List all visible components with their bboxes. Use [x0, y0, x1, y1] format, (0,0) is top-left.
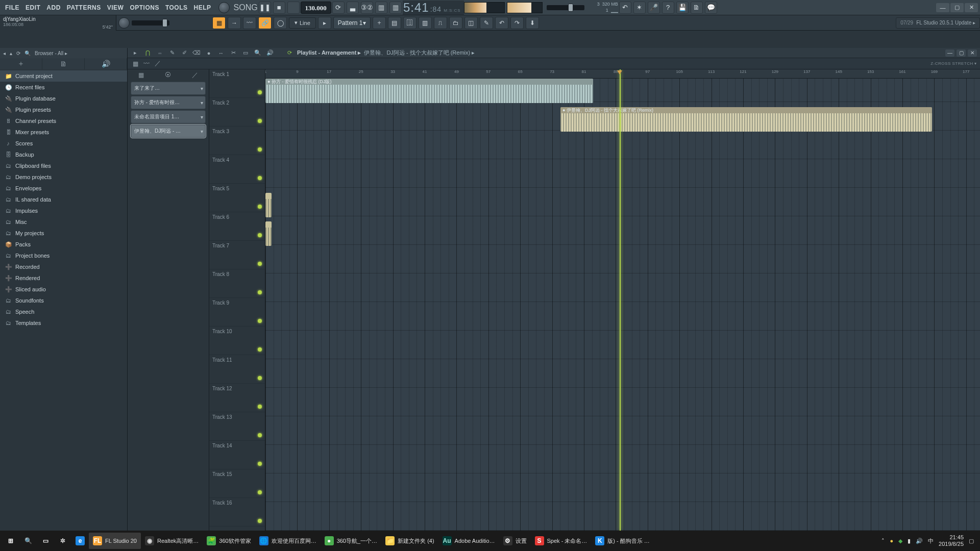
- time-display[interactable]: 5:41 :84 M:S:CS: [403, 1, 464, 15]
- track-mute-led[interactable]: [258, 119, 262, 123]
- menu-patterns[interactable]: PATTERNS: [64, 4, 104, 11]
- taskbar-clock[interactable]: 21:45 2019/8/25: [939, 534, 964, 547]
- pitch-knob[interactable]: ⟳: [332, 2, 345, 14]
- view-step-button[interactable]: ⿲: [403, 17, 416, 29]
- track-mute-led[interactable]: [258, 262, 262, 266]
- taskbar-item[interactable]: ●360导航_一个…: [321, 533, 381, 549]
- master-volume-slider[interactable]: [547, 5, 584, 10]
- track-header[interactable]: Track 11: [209, 355, 265, 384]
- pick-mode-wave-icon[interactable]: 〰: [142, 59, 151, 68]
- snap-selector[interactable]: ▾ Line: [289, 17, 316, 29]
- settings-button[interactable]: ✶: [633, 2, 646, 14]
- tray-network-icon[interactable]: ▮: [908, 538, 911, 544]
- track-mute-led[interactable]: [258, 519, 262, 523]
- export-button[interactable]: 🗎: [691, 2, 703, 14]
- menu-tools[interactable]: TOOLS: [162, 4, 191, 11]
- taskbar-item[interactable]: e: [71, 533, 89, 549]
- track-mute-led[interactable]: [258, 205, 262, 209]
- picker-tab-auto-icon[interactable]: ／: [192, 71, 198, 80]
- browser-item[interactable]: 🎛Mixer presets: [0, 127, 127, 138]
- pl-play-icon[interactable]: ▸: [131, 49, 140, 57]
- track-header[interactable]: Track 3: [209, 127, 265, 155]
- browser-item[interactable]: 📁Current project: [0, 70, 127, 82]
- pattern-selector[interactable]: Pattern 1 ▾: [333, 17, 371, 29]
- audio-clip[interactable]: ● 伊昱翰、DJ阿远 - 找个大叔嫁了吧 (Remix): [560, 107, 932, 132]
- pl-select-icon[interactable]: ▭: [241, 49, 250, 57]
- pan-knob[interactable]: [118, 17, 130, 29]
- pl-brush-icon[interactable]: ✐: [180, 49, 189, 57]
- track-mute-led[interactable]: [258, 490, 262, 494]
- browser-item[interactable]: ➕Rendered: [0, 272, 127, 284]
- view-pl-button[interactable]: ▤: [388, 17, 401, 29]
- browser-item[interactable]: 🗂Demo projects: [0, 171, 127, 183]
- track-header[interactable]: Track 4: [209, 155, 265, 184]
- metronome-button[interactable]: ▃: [347, 2, 359, 14]
- audio-clip[interactable]: [265, 193, 272, 217]
- browser-tab-files[interactable]: 🗎: [42, 58, 85, 69]
- pattern-chip[interactable]: 伊昱翰、DJ阿远 - …▾: [131, 124, 206, 138]
- pattern-prev-button[interactable]: ▸: [318, 17, 331, 29]
- plugin-picker-button[interactable]: ◫: [464, 17, 478, 29]
- pl-headphones-icon[interactable]: ⋂: [143, 49, 152, 57]
- chevron-down-icon[interactable]: ▾: [201, 129, 203, 134]
- tool-4[interactable]: ⬇: [526, 17, 539, 29]
- taskbar-item[interactable]: SSpek - 未命名…: [531, 533, 592, 549]
- track-mute-led[interactable]: [258, 176, 262, 180]
- pl-paint-icon[interactable]: ✎: [167, 49, 177, 57]
- browser-item[interactable]: 🗂Speech: [0, 306, 127, 317]
- taskbar-item[interactable]: 🔍: [19, 533, 37, 549]
- browser-refresh-icon[interactable]: ⟳: [16, 51, 20, 56]
- track-header[interactable]: Track 15: [209, 469, 265, 498]
- menu-help[interactable]: HELP: [191, 4, 214, 11]
- browser-item[interactable]: 🗄Backup: [0, 149, 127, 160]
- browser-up-icon[interactable]: ▴: [10, 51, 12, 56]
- view-pr-button[interactable]: ▥: [419, 17, 432, 29]
- minimize-button[interactable]: —: [936, 3, 949, 12]
- browser-item[interactable]: 🎚Channel presets: [0, 115, 127, 127]
- pl-mute-icon[interactable]: ●: [204, 49, 213, 57]
- track-mute-led[interactable]: [258, 462, 262, 466]
- tray-shield-icon[interactable]: ◆: [898, 538, 902, 544]
- playlist-crumb[interactable]: 伊昱翰、DJ阿远 - 找个大叔嫁了吧 (Remix) ▸: [364, 49, 475, 57]
- playlist-grid[interactable]: 1917253341495765738189971051131211291371…: [265, 69, 980, 531]
- track-header[interactable]: Track 14: [209, 441, 265, 469]
- song-end-marker[interactable]: [617, 70, 622, 74]
- browser-item[interactable]: 🗂IL shared data: [0, 194, 127, 205]
- taskbar-item[interactable]: 🌐欢迎使用百度网…: [255, 533, 321, 549]
- tool-3[interactable]: ↷: [510, 17, 524, 29]
- tray-volume-icon[interactable]: 🔊: [916, 538, 923, 544]
- track-header[interactable]: Track 16: [209, 498, 265, 527]
- pattern-add-button[interactable]: ＋: [373, 17, 386, 29]
- help-button[interactable]: ?: [662, 2, 674, 14]
- track-mute-led[interactable]: [258, 376, 262, 380]
- pl-magnet-icon[interactable]: ⎓: [155, 49, 164, 57]
- version-notice[interactable]: 07/29 FL Studio 20.5.1 Update ▸: [896, 17, 980, 29]
- view-mix-button[interactable]: ⎍: [434, 17, 447, 29]
- stretch-mode-label[interactable]: Z-CROSS STRETCH ▾: [930, 61, 977, 66]
- track-header[interactable]: Track 2: [209, 98, 265, 127]
- pattern-chip[interactable]: 来了来了…▾: [131, 82, 206, 95]
- menu-file[interactable]: FILE: [2, 4, 22, 11]
- track-header[interactable]: Track 10: [209, 327, 265, 355]
- view-link-button[interactable]: 🔗: [258, 17, 272, 29]
- taskbar-item[interactable]: ⚙设置: [499, 533, 531, 549]
- taskbar-item[interactable]: ✲: [54, 533, 71, 549]
- chevron-down-icon[interactable]: ▾: [201, 114, 203, 120]
- menu-add[interactable]: ADD: [43, 4, 64, 11]
- channel-volume-slider[interactable]: [132, 20, 169, 26]
- picker-tab-audio-icon[interactable]: ⦿: [165, 71, 171, 79]
- track-header[interactable]: Track 8: [209, 269, 265, 298]
- undo-button[interactable]: ↶: [619, 2, 631, 14]
- browser-item[interactable]: ♪Scores: [0, 138, 127, 149]
- taskbar-item[interactable]: ⊞: [2, 533, 19, 549]
- browser-item[interactable]: 🗂Project bones: [0, 250, 127, 261]
- pick-mode-grid-icon[interactable]: ▦: [131, 59, 140, 68]
- pl-close-button[interactable]: ✕: [968, 49, 977, 57]
- browser-item[interactable]: 🗂Clipboard files: [0, 160, 127, 171]
- record-button[interactable]: [287, 2, 300, 14]
- pl-erase-icon[interactable]: ⌫: [192, 49, 201, 57]
- pl-slip-icon[interactable]: ↔: [216, 49, 226, 57]
- browser-item[interactable]: ➕Recorded: [0, 261, 127, 272]
- taskbar-item[interactable]: ◉Realtek高清晰…: [141, 533, 203, 549]
- view-playlist-button[interactable]: ▦: [212, 17, 226, 29]
